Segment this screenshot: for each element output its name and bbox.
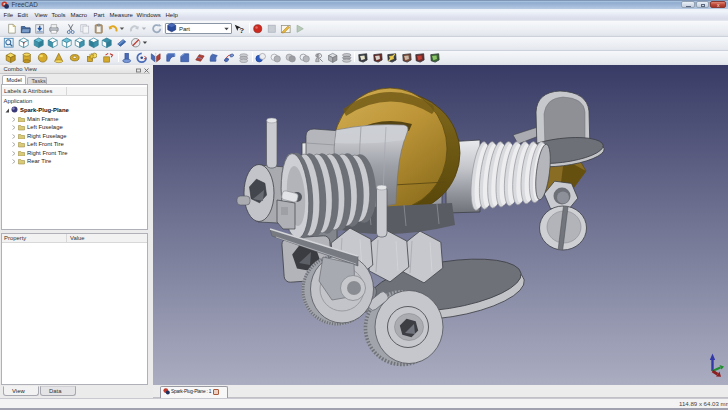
- svg-text:?: ?: [239, 25, 244, 34]
